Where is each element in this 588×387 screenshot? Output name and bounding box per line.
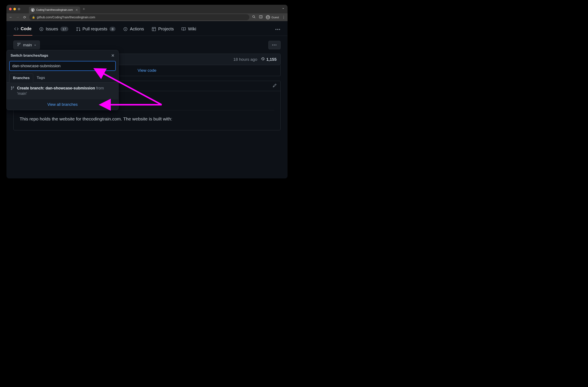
popover-header: Switch branches/tags ✕ <box>7 50 118 61</box>
address-bar: ← → ⟳ 🔒 github.com/CodingTrain/thecoding… <box>6 13 288 21</box>
tab-title: CodingTrain/thecodingtrain.com <box>36 8 73 11</box>
branch-select-button[interactable]: main <box>13 41 40 49</box>
history-icon <box>261 57 265 62</box>
tab-pull-requests[interactable]: Pull requests 8 <box>75 24 117 35</box>
create-branch-item[interactable]: Create branch: dan-showcase-submission f… <box>7 82 118 99</box>
git-branch-icon <box>17 42 21 47</box>
readme-paragraph: This repo holds the website for thecodin… <box>20 116 274 122</box>
branch-search-input[interactable] <box>9 61 116 71</box>
tab-wiki-label: Wiki <box>188 26 196 31</box>
tab-close-button[interactable]: ✕ <box>75 8 78 12</box>
commit-count[interactable]: 1,155 <box>261 57 276 62</box>
tab-issues[interactable]: Issues 17 <box>38 24 69 35</box>
popover-footer: View all branches <box>7 99 118 110</box>
svg-line-1 <box>254 17 255 18</box>
popover-tabs: Branches Tags <box>7 74 118 82</box>
git-branch-icon <box>11 86 14 96</box>
browser-window: CodingTrain/thecodingtrain.com ✕ + ← → ⟳… <box>6 5 288 178</box>
issues-count: 17 <box>60 27 68 31</box>
window-controls <box>9 8 20 10</box>
repo-actions-menu[interactable]: ••• <box>268 41 281 49</box>
guest-label: Guest <box>271 16 279 19</box>
popover-title: Switch branches/tags <box>11 53 48 58</box>
pull-request-icon <box>76 27 80 31</box>
github-page: Code Issues 17 Pull requests 8 <box>6 21 288 135</box>
svg-point-4 <box>268 16 269 17</box>
tab-actions-label: Actions <box>130 26 144 31</box>
profile-chip[interactable]: Guest <box>266 15 279 20</box>
svg-point-0 <box>252 16 254 18</box>
lock-icon: 🔒 <box>32 16 35 19</box>
tab-overflow-button[interactable] <box>281 7 285 11</box>
back-button[interactable]: ← <box>9 15 13 19</box>
branch-popover: Switch branches/tags ✕ Branches Tags Cre… <box>6 50 119 110</box>
caret-down-icon <box>34 43 36 47</box>
code-icon <box>14 27 19 31</box>
forward-button[interactable]: → <box>16 15 20 19</box>
create-branch-text: Create branch: dan-showcase-submission f… <box>17 85 114 96</box>
pulls-count: 8 <box>109 27 116 31</box>
panel-icon[interactable] <box>259 15 263 20</box>
browser-tab[interactable]: CodingTrain/thecodingtrain.com ✕ <box>29 6 80 13</box>
tab-wiki[interactable]: Wiki <box>181 24 197 35</box>
svg-point-5 <box>41 28 42 30</box>
tab-issues-label: Issues <box>46 26 58 31</box>
edit-readme-button[interactable] <box>273 84 276 88</box>
popover-tab-branches[interactable]: Branches <box>9 74 33 82</box>
repo-tabs: Code Issues 17 Pull requests 8 <box>6 21 288 36</box>
browser-menu-button[interactable]: ⋮ <box>282 15 285 20</box>
maximize-window-button[interactable] <box>18 8 20 10</box>
minimize-window-button[interactable] <box>13 8 16 10</box>
branch-row: main ••• <box>13 41 281 49</box>
view-code-link[interactable]: View code <box>138 68 156 73</box>
avatar-icon <box>266 15 270 20</box>
projects-icon <box>152 27 156 31</box>
wiki-icon <box>182 27 186 31</box>
repo-body: main ••• Switch branches/tags ✕ Branches <box>6 36 288 135</box>
tab-pulls-label: Pull requests <box>83 26 107 31</box>
commit-time: 18 hours ago <box>233 57 257 62</box>
popover-tab-tags[interactable]: Tags <box>33 74 48 82</box>
reload-button[interactable]: ⟳ <box>22 15 27 20</box>
tab-code-label: Code <box>21 26 31 31</box>
issues-icon <box>39 27 43 31</box>
actions-icon <box>123 27 127 31</box>
zoom-icon[interactable] <box>252 15 256 20</box>
svg-rect-6 <box>152 27 156 31</box>
tab-actions[interactable]: Actions <box>123 24 145 35</box>
tabs-overflow-button[interactable]: ••• <box>275 27 281 32</box>
url-input[interactable]: 🔒 github.com/CodingTrain/thecodingtrain.… <box>29 14 249 20</box>
tab-projects-label: Projects <box>158 26 174 31</box>
close-window-button[interactable] <box>9 8 12 10</box>
view-all-branches-link[interactable]: View all branches <box>47 102 78 107</box>
branch-label: main <box>23 43 32 47</box>
new-tab-button[interactable]: + <box>83 7 85 11</box>
url-text: github.com/CodingTrain/thecodingtrain.co… <box>37 16 95 19</box>
tab-projects[interactable]: Projects <box>151 24 175 35</box>
popover-close-button[interactable]: ✕ <box>111 53 114 58</box>
browser-tab-bar: CodingTrain/thecodingtrain.com ✕ + <box>6 5 288 13</box>
github-favicon <box>31 8 35 12</box>
tab-code[interactable]: Code <box>13 24 32 36</box>
